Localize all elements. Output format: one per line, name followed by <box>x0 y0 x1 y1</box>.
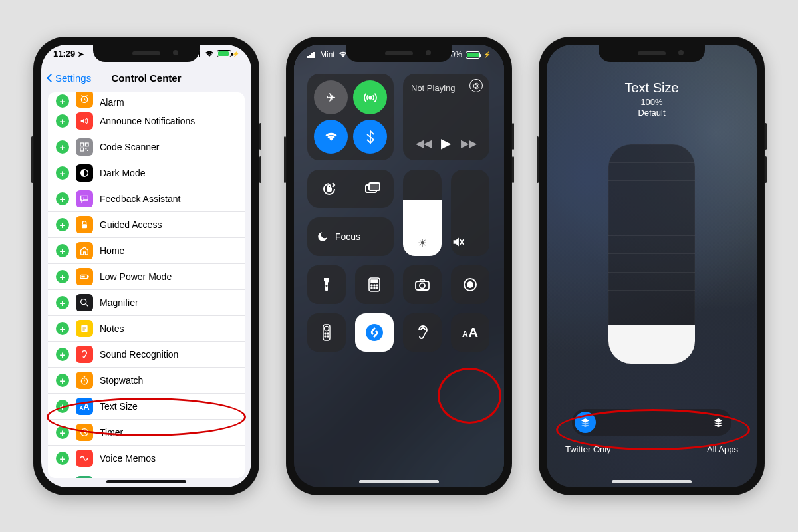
add-button[interactable]: + <box>56 348 69 361</box>
scope-selector[interactable] <box>572 409 732 436</box>
feedback-icon <box>76 190 93 207</box>
text-size-button[interactable]: AA <box>451 313 489 352</box>
speaker-muted-icon <box>451 235 489 249</box>
list-item[interactable]: +Home <box>48 238 245 264</box>
brightness-slider[interactable]: ☀ <box>403 170 442 256</box>
text-size-title: Text Size <box>547 80 757 96</box>
notch <box>346 45 452 62</box>
list-item[interactable]: +Code Scanner <box>48 134 245 160</box>
lock-icon <box>76 216 93 233</box>
list-item[interactable]: +Guided Access <box>48 212 245 238</box>
airplane-mode-button[interactable]: ✈ <box>314 80 348 114</box>
list-item[interactable]: +Magnifier <box>48 290 245 316</box>
list-item[interactable]: +Timer <box>48 420 245 446</box>
forward-button[interactable]: ▶▶ <box>461 137 477 150</box>
svg-rect-33 <box>327 188 331 191</box>
svg-rect-40 <box>371 280 378 283</box>
add-button[interactable]: + <box>56 374 69 387</box>
add-button[interactable]: + <box>56 478 69 479</box>
flashlight-button[interactable] <box>307 265 346 304</box>
list-item[interactable]: +Dark Mode <box>48 160 245 186</box>
scope-all-apps-button[interactable] <box>708 412 729 433</box>
add-button[interactable]: + <box>56 270 69 283</box>
text-size-subtitle: Default <box>547 108 757 118</box>
home-icon <box>76 242 93 259</box>
svg-point-41 <box>371 285 372 286</box>
svg-rect-13 <box>88 276 88 278</box>
shazam-button[interactable] <box>355 313 394 352</box>
list-item[interactable]: +Stopwatch <box>48 368 245 394</box>
cellular-data-button[interactable] <box>353 80 387 114</box>
camera-button[interactable] <box>403 265 442 304</box>
hearing-button[interactable] <box>403 313 442 352</box>
home-indicator[interactable] <box>359 480 439 483</box>
add-button[interactable]: + <box>56 140 69 154</box>
svg-rect-7 <box>80 148 84 151</box>
list-item-label: Announce Notifications <box>100 116 195 126</box>
text-size-slider[interactable] <box>608 144 695 364</box>
svg-point-15 <box>81 299 86 305</box>
svg-rect-28 <box>313 52 315 58</box>
orientation-lock-button[interactable] <box>307 170 350 208</box>
svg-point-52 <box>325 327 329 331</box>
apple-tv-remote-button[interactable] <box>307 313 346 352</box>
phone-text-size: Text Size 100% Default Twitter Only <box>539 37 765 495</box>
list-item[interactable]: +Sound Recognition <box>48 342 245 368</box>
back-button[interactable]: Settings <box>48 72 91 84</box>
media-tile[interactable]: Not Playing ◀◀ ▶ ▶▶ <box>403 74 489 160</box>
add-button[interactable]: + <box>56 296 69 309</box>
svg-point-50 <box>467 282 473 287</box>
add-button[interactable]: + <box>56 192 69 205</box>
add-button[interactable]: + <box>56 452 69 465</box>
list-item-label: Magnifier <box>100 297 138 308</box>
back-label: Settings <box>55 72 91 84</box>
ear-icon <box>76 346 93 363</box>
scope-app-only-button[interactable] <box>575 412 596 433</box>
add-button[interactable]: + <box>56 166 69 180</box>
list-item[interactable]: +Notes <box>48 316 245 342</box>
svg-point-53 <box>325 333 326 334</box>
add-button[interactable]: + <box>56 94 69 108</box>
add-button[interactable]: + <box>56 322 69 335</box>
add-button[interactable]: + <box>56 426 69 439</box>
timer-icon <box>76 424 93 441</box>
calculator-button[interactable] <box>355 265 394 304</box>
add-button[interactable]: + <box>56 114 69 128</box>
bluetooth-button[interactable] <box>353 120 387 154</box>
list-item-label: Sound Recognition <box>100 349 178 360</box>
screen-record-button[interactable] <box>451 265 489 304</box>
svg-point-55 <box>325 336 326 337</box>
list-item[interactable]: +Alarm <box>48 92 245 108</box>
list-item-label: Low Power Mode <box>100 271 172 282</box>
connectivity-tile[interactable]: ✈ <box>307 74 394 160</box>
list-item[interactable]: +Low Power Mode <box>48 264 245 290</box>
svg-rect-6 <box>85 143 88 146</box>
voicememo-icon <box>76 450 93 467</box>
list-item[interactable]: +Wallet <box>48 471 245 478</box>
add-button[interactable]: + <box>56 400 69 413</box>
airplay-icon[interactable] <box>469 79 483 92</box>
controls-list[interactable]: +Alarm+Announce Notifications+Code Scann… <box>48 92 245 478</box>
add-button[interactable]: + <box>56 244 69 257</box>
home-indicator[interactable] <box>612 480 692 483</box>
wifi-button[interactable] <box>314 120 348 154</box>
list-item-label: Text Size <box>100 401 138 412</box>
svg-rect-9 <box>87 150 88 151</box>
volume-slider[interactable] <box>451 170 489 256</box>
list-item[interactable]: +Voice Memos <box>48 446 245 471</box>
svg-rect-14 <box>81 276 84 278</box>
add-button[interactable]: + <box>56 218 69 231</box>
list-item-label: Timer <box>100 427 123 438</box>
screen-mirroring-button[interactable] <box>350 170 394 208</box>
qr-icon <box>76 138 93 156</box>
list-item[interactable]: +Feedback Assistant <box>48 186 245 212</box>
rewind-button[interactable]: ◀◀ <box>416 137 432 150</box>
play-button[interactable]: ▶ <box>441 135 451 151</box>
list-item[interactable]: +AAText Size <box>48 394 245 420</box>
home-indicator[interactable] <box>106 480 186 483</box>
scope-left-label: Twitter Only <box>565 444 611 454</box>
svg-rect-51 <box>323 325 330 340</box>
svg-rect-26 <box>309 55 311 58</box>
list-item[interactable]: +Announce Notifications <box>48 108 245 134</box>
focus-button[interactable]: Focus <box>307 217 394 256</box>
